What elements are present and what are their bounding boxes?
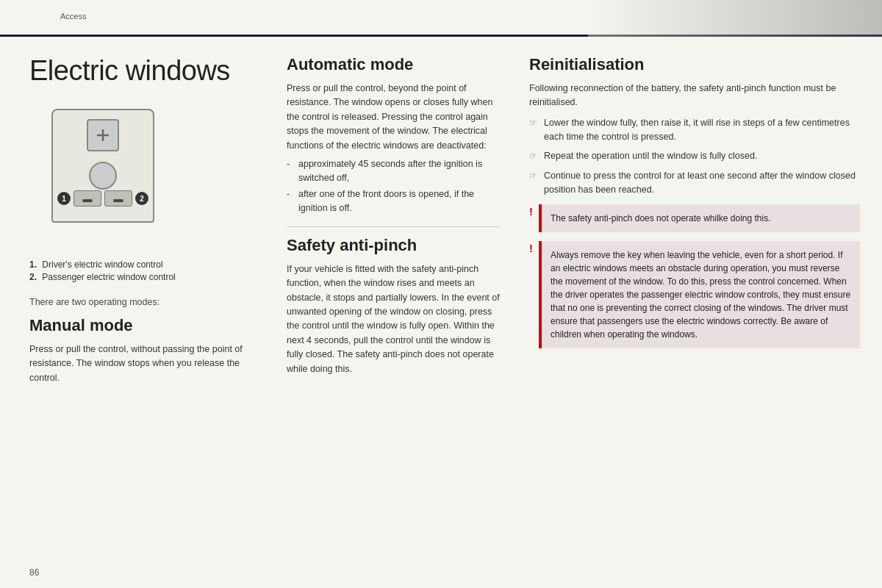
automatic-mode-text: Press or pull the control, beyond the po… bbox=[287, 82, 500, 153]
warning-box-2: ! Always remove the key when leaving the… bbox=[529, 241, 860, 348]
window-btn-2-icon: ▬ bbox=[114, 193, 123, 204]
warning-text-1: The safety anti-pinch does not operate w… bbox=[539, 204, 860, 232]
cross-icon bbox=[94, 126, 112, 144]
automatic-mode-title: Automatic mode bbox=[287, 55, 500, 74]
middle-column: Automatic mode Press or pull the control… bbox=[279, 37, 514, 588]
top-bar-accent bbox=[588, 0, 882, 37]
manual-mode-title: Manual mode bbox=[29, 316, 257, 335]
manual-mode-text: Press or pull the control, without passi… bbox=[29, 343, 257, 385]
breadcrumb: Access bbox=[60, 12, 86, 21]
reinit-step-2: Repeat the operation until the window is… bbox=[529, 149, 860, 163]
warning-icon-2: ! bbox=[529, 242, 533, 254]
reinitialisation-intro: Following reconnection of the battery, t… bbox=[529, 82, 860, 110]
warning-text-2: Always remove the key when leaving the v… bbox=[539, 241, 860, 348]
reinit-step-1: Lower the window fully, then raise it, i… bbox=[529, 116, 860, 144]
diagram-label-1: 1. Driver's electric window control bbox=[29, 259, 257, 270]
warning-box-1: ! The safety anti-pinch does not operate… bbox=[529, 204, 860, 232]
reinit-step-3: Continue to press the control for at lea… bbox=[529, 169, 860, 197]
warning-2-text: Always remove the key when leaving the v… bbox=[551, 250, 850, 340]
automatic-mode-bullets: approximately 45 seconds after the ignit… bbox=[287, 157, 500, 215]
label-2-circle: 2 bbox=[135, 192, 148, 205]
window-diagram: 1 ▬ ▬ 2 bbox=[37, 101, 176, 248]
top-bar: Access bbox=[0, 0, 882, 37]
diagram-labels: 1. Driver's electric window control 2. P… bbox=[29, 259, 257, 282]
section-divider bbox=[287, 226, 500, 227]
window-btn-1: ▬ bbox=[74, 190, 101, 207]
window-panel: 1 ▬ ▬ 2 bbox=[51, 109, 154, 223]
reinitialisation-steps: Lower the window fully, then raise it, i… bbox=[529, 116, 860, 197]
warning-1-text: The safety anti-pinch does not operate w… bbox=[551, 213, 771, 223]
window-btn-1-icon: ▬ bbox=[83, 193, 93, 204]
cross-button bbox=[87, 119, 119, 151]
two-modes-text: There are two operating modes: bbox=[29, 297, 257, 307]
safety-antipinch-text: If your vehicle is fitted with the safet… bbox=[287, 262, 500, 376]
round-button bbox=[89, 162, 117, 190]
reinitialisation-title: Reinitialisation bbox=[529, 55, 860, 74]
main-content: Electric windows 1 ▬ bbox=[0, 37, 882, 588]
window-btn-2: ▬ bbox=[104, 190, 132, 207]
warning-icon-1: ! bbox=[529, 205, 533, 218]
page-number: 86 bbox=[29, 567, 39, 578]
right-column: Reinitialisation Following reconnection … bbox=[514, 37, 882, 588]
automatic-bullet-2: after one of the front doors is opened, … bbox=[287, 187, 500, 215]
automatic-bullet-1: approximately 45 seconds after the ignit… bbox=[287, 157, 500, 185]
left-column: Electric windows 1 ▬ bbox=[0, 37, 279, 588]
bottom-buttons-row: 1 ▬ ▬ 2 bbox=[53, 190, 153, 207]
page-title: Electric windows bbox=[29, 55, 257, 87]
label-1-circle: 1 bbox=[57, 192, 71, 205]
diagram-label-2: 2. Passenger electric window control bbox=[29, 272, 257, 282]
safety-antipinch-title: Safety anti-pinch bbox=[287, 236, 500, 255]
